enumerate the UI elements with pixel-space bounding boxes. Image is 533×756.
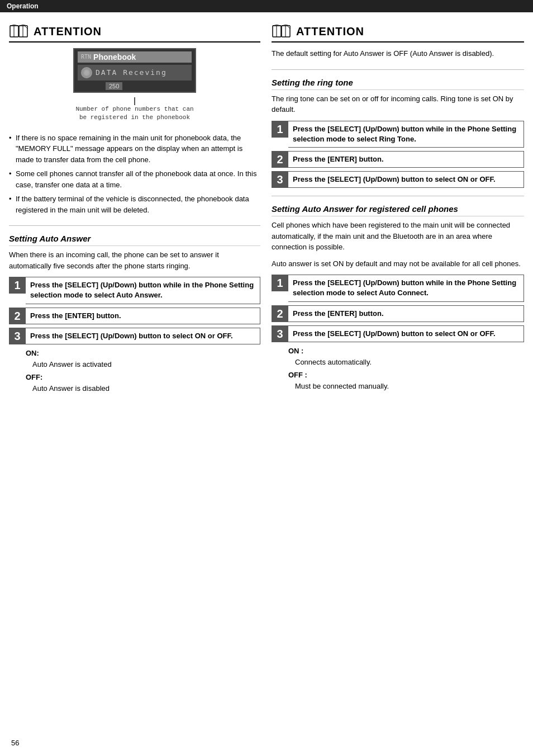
step-1-text: Press the [SELECT] (Up/Down) button whil… — [26, 277, 260, 304]
ring-tone-intro: The ring tone can be set on or off for i… — [272, 93, 524, 115]
bullet-2: Some cell phones cannot transfer all of … — [9, 168, 260, 190]
setting-auto-answer-heading: Setting Auto Answer — [9, 234, 260, 246]
step-3-number: 3 — [9, 328, 26, 344]
step-2-text: Press the [ENTER] button. — [26, 308, 260, 324]
header-bar: Operation — [0, 0, 533, 12]
on-off-detail: ON: Auto Answer is activated OFF: Auto A… — [26, 348, 260, 394]
reg-step-3-text: Press the [SELECT] (Up/Down) button to s… — [288, 325, 524, 342]
auto-answer-reg-heading: Setting Auto Answer for registered cell … — [272, 204, 524, 216]
off-desc: Auto Answer is disabled — [32, 383, 260, 394]
ring-step-3: 3 Press the [SELECT] (Up/Down) button to… — [272, 171, 524, 188]
ring-step-2: 2 Press the [ENTER] button. — [272, 151, 524, 168]
bullet-3: If the battery terminal of the vehicle i… — [9, 193, 260, 215]
auto-answer-reg-intro2: Auto answer is set ON by default and may… — [272, 258, 524, 270]
phonebook-image: RTN Phonebook DATA Receving 250 — [73, 48, 196, 93]
ring-step-3-text: Press the [SELECT] (Up/Down) button to s… — [288, 171, 524, 188]
attention-title-2: ATTENTION — [296, 25, 364, 38]
attention-section-1: ATTENTION RTN Phonebook DATA Receving 25… — [9, 23, 260, 215]
reg-step-3-number: 3 — [272, 325, 288, 342]
reg-on-desc: Connects automatically. — [295, 357, 524, 368]
step-1-number: 1 — [9, 277, 26, 294]
ring-tone-steps: 1 Press the [SELECT] (Up/Down) button wh… — [272, 121, 524, 188]
ring-tone-heading: Setting the ring tone — [272, 78, 524, 90]
ring-step-3-number: 3 — [272, 171, 288, 188]
attention-section-2: ATTENTION The default setting for Auto A… — [272, 23, 524, 59]
setting-auto-answer-reg-section: Setting Auto Answer for registered cell … — [272, 204, 524, 391]
right-column: ATTENTION The default setting for Auto A… — [272, 23, 524, 400]
header-label: Operation — [7, 2, 39, 10]
ring-step-1: 1 Press the [SELECT] (Up/Down) button wh… — [272, 121, 524, 148]
setting-auto-answer-intro: When there is an incoming call, the phon… — [9, 249, 260, 271]
attention-header-2: ATTENTION — [272, 23, 524, 42]
phonebook-caption: Number of phone numbers that canbe regis… — [75, 105, 193, 122]
reg-on-off-detail: ON : Connects automatically. OFF : Must … — [288, 346, 524, 391]
step-2-number: 2 — [9, 308, 26, 324]
step-1: 1 Press the [SELECT] (Up/Down) button wh… — [9, 277, 260, 304]
step-2: 2 Press the [ENTER] button. — [9, 308, 260, 324]
reg-step-1: 1 Press the [SELECT] (Up/Down) button wh… — [272, 275, 524, 301]
setting-ring-tone-section: Setting the ring tone The ring tone can … — [272, 78, 524, 188]
ring-step-2-text: Press the [ENTER] button. — [288, 151, 524, 168]
reg-step-1-text: Press the [SELECT] (Up/Down) button whil… — [288, 275, 524, 301]
book-icon — [9, 23, 29, 39]
reg-step-2-text: Press the [ENTER] button. — [288, 305, 524, 322]
on-label: ON: — [26, 349, 39, 357]
reg-on-label: ON : — [288, 347, 303, 355]
bullet-1: If there is no space remaining in the ma… — [9, 133, 260, 166]
ring-step-1-number: 1 — [272, 121, 288, 138]
attention-header-1: ATTENTION — [9, 23, 260, 42]
step-3-text: Press the [SELECT] (Up/Down) button to s… — [26, 328, 260, 344]
reg-step-2: 2 Press the [ENTER] button. — [272, 305, 524, 322]
left-column: ATTENTION RTN Phonebook DATA Receving 25… — [9, 23, 260, 400]
reg-step-1-number: 1 — [272, 275, 288, 291]
attention-2-text: The default setting for Auto Answer is O… — [272, 48, 524, 59]
on-desc: Auto Answer is activated — [32, 359, 260, 370]
auto-answer-reg-steps: 1 Press the [SELECT] (Up/Down) button wh… — [272, 275, 524, 391]
attention-bullets: If there is no space remaining in the ma… — [9, 133, 260, 216]
step-3: 3 Press the [SELECT] (Up/Down) button to… — [9, 328, 260, 344]
auto-answer-reg-intro1: Cell phones which have been registered t… — [272, 220, 524, 253]
reg-step-2-number: 2 — [272, 305, 288, 322]
svg-marker-9 — [287, 26, 290, 29]
attention-2-body: The default setting for Auto Answer is O… — [272, 48, 524, 59]
reg-off-desc: Must be connected manually. — [295, 381, 524, 392]
off-label: OFF: — [26, 373, 42, 381]
ring-step-2-number: 2 — [272, 151, 288, 168]
reg-step-3: 3 Press the [SELECT] (Up/Down) button to… — [272, 325, 524, 342]
page-number: 56 — [11, 739, 19, 747]
attention-title-1: ATTENTION — [34, 25, 102, 38]
setting-auto-answer-section: Setting Auto Answer When there is an inc… — [9, 234, 260, 394]
svg-marker-4 — [25, 26, 27, 29]
reg-off-label: OFF : — [288, 371, 307, 379]
auto-answer-steps: 1 Press the [SELECT] (Up/Down) button wh… — [9, 277, 260, 394]
book-icon-2 — [272, 23, 292, 39]
ring-step-1-text: Press the [SELECT] (Up/Down) button whil… — [288, 121, 524, 148]
